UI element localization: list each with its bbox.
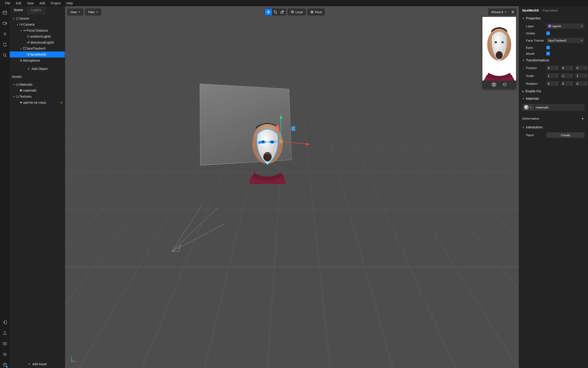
scale-z[interactable]: 1Z xyxy=(575,73,588,79)
layer-select[interactable]: layer0 ▼ xyxy=(546,23,585,29)
link-arrow-icon[interactable]: → xyxy=(522,32,525,35)
add-folder-icon[interactable] xyxy=(2,340,8,347)
tree-item-label: Materials xyxy=(19,83,63,86)
preview-menu-icon[interactable] xyxy=(509,9,516,15)
reset-icon[interactable] xyxy=(503,83,507,87)
move-tool[interactable] xyxy=(265,9,272,15)
scale-label: Scale xyxy=(526,74,534,78)
chevron-right-icon: ▶ xyxy=(522,90,524,92)
layout-icon[interactable] xyxy=(2,9,8,16)
svg-point-47 xyxy=(495,41,497,43)
tree-item-label: faceMesh0 xyxy=(30,53,63,56)
filter-label: Filter xyxy=(88,10,95,14)
view-dropdown[interactable]: View▼ xyxy=(68,9,83,15)
svg-rect-7 xyxy=(17,17,18,20)
mic-icon xyxy=(19,59,23,62)
tree-item-label: Camera xyxy=(23,23,63,26)
tab-scene[interactable]: Scene xyxy=(10,6,27,15)
menu-add[interactable]: Add xyxy=(37,0,48,6)
link-arrow-icon[interactable]: → xyxy=(522,66,525,69)
pause-icon[interactable] xyxy=(2,31,8,37)
section-enablefor[interactable]: ▶Enable For xyxy=(519,88,588,95)
refresh-icon[interactable] xyxy=(2,41,8,48)
rotation-z[interactable]: 0Z xyxy=(575,81,588,86)
menu-project[interactable]: Project xyxy=(48,0,64,6)
section-interactions[interactable]: ▼Interactions xyxy=(519,123,588,131)
capture-icon[interactable] xyxy=(491,83,496,87)
visible-checkbox[interactable]: ✓ xyxy=(546,31,550,35)
section-properties[interactable]: ▼Properties xyxy=(519,15,588,22)
link-arrow-icon[interactable]: → xyxy=(522,74,525,77)
svg-point-19 xyxy=(21,102,22,102)
viewport[interactable]: View▼ Filter▼ Local Pivot xyxy=(65,6,519,368)
position-z[interactable]: 0Z xyxy=(575,65,588,71)
material-name-field[interactable]: material0 xyxy=(533,104,585,111)
tree-item-material0[interactable]: material0 xyxy=(10,88,65,93)
section-materials[interactable]: ▼Materials xyxy=(519,95,588,102)
tree-item-textures[interactable]: ▾Textures xyxy=(10,93,65,100)
inspector: faceMesh0 - Face Mesh ▼Properties Layer … xyxy=(519,6,588,368)
filter-dropdown[interactable]: Filter▼ xyxy=(85,9,101,15)
bug-icon[interactable] xyxy=(2,351,8,357)
scale-y[interactable]: 1Y xyxy=(561,73,573,79)
rotate-tool[interactable] xyxy=(272,9,279,15)
material-preview[interactable]: ▼ xyxy=(522,104,533,111)
pivot-toggle[interactable]: Pivot xyxy=(307,9,325,15)
disclosure-triangle-icon[interactable]: ▾ xyxy=(19,47,23,50)
share-icon[interactable] xyxy=(2,330,8,336)
mouth-checkbox[interactable]: ✓ xyxy=(546,52,550,55)
tree-item-цветок-на-глазу[interactable]: цветок на глазуA xyxy=(10,100,65,105)
disclosure-triangle-icon[interactable]: ▾ xyxy=(12,95,15,98)
position-y[interactable]: 0Y xyxy=(561,65,573,71)
link-arrow-icon[interactable]: → xyxy=(522,82,525,85)
tree-item-directionallight0[interactable]: directionalLight0 xyxy=(10,39,65,46)
tree-item-microphone[interactable]: Microphone xyxy=(10,57,65,64)
menu-help[interactable]: Help xyxy=(63,0,76,6)
menu-view[interactable]: View xyxy=(24,0,37,6)
tab-layers[interactable]: Layers xyxy=(27,6,45,15)
facetracker-value: faceTracker0 xyxy=(548,39,566,42)
menu-file[interactable]: File xyxy=(2,0,13,6)
tree-item-materials[interactable]: ▾Materials xyxy=(10,82,65,88)
tree-item-focal-distance[interactable]: ▾Focal Distance xyxy=(10,28,65,34)
disclosure-triangle-icon[interactable]: ▾ xyxy=(16,23,19,26)
chevron-down-icon: ▼ xyxy=(522,59,525,62)
video-icon[interactable] xyxy=(2,20,8,27)
svg-point-2 xyxy=(3,54,6,56)
tree-item-device[interactable]: ▾Device xyxy=(10,16,65,21)
menubar: FileEditViewAddProjectHelp xyxy=(0,0,588,6)
3d-canvas[interactable] xyxy=(65,6,519,368)
section-transformations[interactable]: ▼Transformations xyxy=(519,56,588,64)
tree-item-facetracker0[interactable]: ▾faceTracker0 xyxy=(10,46,65,52)
rotation-x[interactable]: 0X xyxy=(546,81,559,86)
tree-item-ambientlight0[interactable]: ambientLight0 xyxy=(10,34,65,39)
scale-x[interactable]: 1X xyxy=(546,73,559,79)
rotation-y[interactable]: 0Y xyxy=(561,81,573,86)
svg-point-18 xyxy=(20,102,21,102)
add-deformation-button[interactable]: ＋ xyxy=(581,116,585,121)
device-selector[interactable]: iPhone 8▼ xyxy=(489,9,509,15)
tree-item-facemesh0[interactable]: faceMesh0 xyxy=(10,52,65,57)
disclosure-triangle-icon[interactable]: ▾ xyxy=(19,29,23,32)
help-icon[interactable] xyxy=(2,361,8,368)
send-to-device-icon[interactable] xyxy=(2,319,8,325)
local-label: Local xyxy=(295,10,303,14)
facetracker-select[interactable]: faceTracker0▼ xyxy=(546,37,585,43)
menu-edit[interactable]: Edit xyxy=(13,0,24,6)
svg-point-16 xyxy=(20,89,22,92)
scene-tabs: Scene Layers xyxy=(10,6,65,15)
section-label: Enable For xyxy=(526,89,541,93)
svg-point-49 xyxy=(496,51,503,59)
preview-image xyxy=(483,17,516,81)
disclosure-triangle-icon[interactable]: ▾ xyxy=(12,83,15,86)
create-patch-button[interactable]: Create xyxy=(546,132,585,138)
add-object-button[interactable]: ＋ Add Object xyxy=(10,64,65,73)
add-asset-button[interactable]: ＋ Add Asset xyxy=(10,360,65,368)
local-toggle[interactable]: Local xyxy=(288,9,305,15)
scale-tool[interactable] xyxy=(279,9,286,15)
eyes-checkbox[interactable]: ✓ xyxy=(546,46,550,49)
position-x[interactable]: 0X xyxy=(546,65,559,71)
search-icon[interactable] xyxy=(2,52,8,58)
disclosure-triangle-icon[interactable]: ▾ xyxy=(12,17,15,20)
tree-item-camera[interactable]: ▾Camera xyxy=(10,21,65,28)
